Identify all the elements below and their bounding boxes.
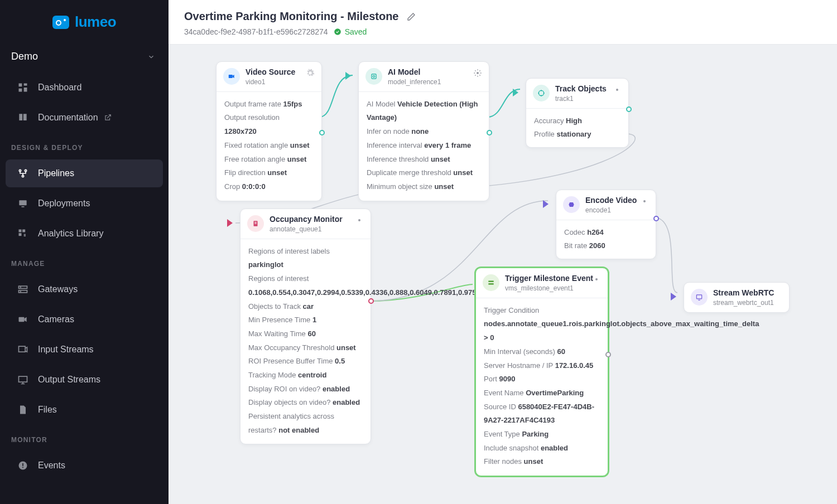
node-sub: annotate_queue1 <box>270 225 343 233</box>
input-port-icon[interactable] <box>513 89 518 96</box>
node-prop: Source ID 658040E2-FE47-4D4B-9A27-2217AF… <box>484 400 600 428</box>
svg-rect-11 <box>19 233 22 236</box>
alert-icon <box>17 459 29 472</box>
svg-rect-8 <box>22 206 25 207</box>
gear-icon[interactable] <box>306 69 315 77</box>
output-port[interactable] <box>626 106 632 112</box>
sidebar-item-label: Dashboard <box>38 83 81 93</box>
node-prop: Tracking Mode centroid <box>248 369 363 382</box>
external-link-icon <box>104 114 112 122</box>
node-prop: Fixed rotation angle unset <box>224 139 314 153</box>
node-prop: Inference interval every 1 frame <box>367 139 481 153</box>
gear-icon[interactable] <box>613 85 622 94</box>
node-ai-model[interactable]: AI Model model_inference1 AI Model Vehic… <box>358 61 489 201</box>
output-port[interactable] <box>368 298 374 304</box>
sidebar-item-gateways[interactable]: Gateways <box>6 275 163 303</box>
node-title: Encode Video <box>585 196 637 205</box>
input-port-icon[interactable] <box>345 72 351 80</box>
svg-rect-35 <box>488 284 493 285</box>
node-prop: Profile stationary <box>534 128 620 142</box>
sidebar-item-documentation[interactable]: Documentation <box>6 104 163 132</box>
gear-icon[interactable] <box>592 275 601 284</box>
sidebar-item-label: Input Streams <box>38 345 94 355</box>
pencil-icon[interactable] <box>407 12 416 21</box>
sidebar-item-output-streams[interactable]: Output Streams <box>6 366 163 394</box>
node-prop: Output frame rate 15fps <box>224 98 314 112</box>
svg-rect-37 <box>696 295 701 299</box>
node-prop: Accuracy High <box>534 114 620 128</box>
node-title: Stream WebRTC <box>713 288 774 298</box>
node-prop: Display ROI on video? enabled <box>248 382 363 396</box>
logo-mark-icon <box>52 16 69 29</box>
node-title: Video Source <box>246 67 295 77</box>
sidebar-item-deployments[interactable]: Deployments <box>6 190 163 217</box>
node-prop: Flip direction unset <box>224 166 314 180</box>
sidebar-item-cameras[interactable]: Cameras <box>6 306 163 333</box>
node-prop: Min Presence Time 1 <box>248 313 363 327</box>
input-port-icon[interactable] <box>227 219 233 227</box>
node-body: Accuracy HighProfile stationary <box>526 108 628 147</box>
svg-rect-3 <box>24 88 27 92</box>
sidebar-item-analytics-library[interactable]: Analytics Library <box>6 220 163 248</box>
output-port[interactable] <box>487 130 492 135</box>
file-icon <box>17 404 29 416</box>
node-sub: stream_webrtc_out1 <box>713 299 774 307</box>
sidebar-item-events[interactable]: Events <box>6 452 163 479</box>
node-prop: Display objects on video? enabled <box>248 396 363 410</box>
sidebar: lumeo Demo Dashboard Documentation DESIG… <box>0 0 169 504</box>
svg-rect-31 <box>254 224 257 224</box>
sidebar-item-pipelines[interactable]: Pipelines <box>6 159 163 187</box>
svg-rect-17 <box>19 346 26 352</box>
sidebar-item-files[interactable]: Files <box>6 396 163 424</box>
analytics-icon <box>17 227 29 240</box>
svg-rect-0 <box>19 84 22 87</box>
input-port-icon[interactable] <box>543 200 549 208</box>
node-prop: Include snapshot enabled <box>484 442 600 455</box>
output-port[interactable] <box>605 352 611 357</box>
svg-rect-10 <box>22 230 25 232</box>
node-prop: AI Model Vehicle Detection (High Vantage… <box>367 98 481 125</box>
node-track-objects[interactable]: Track Objects track1 Accuracy HighProfil… <box>526 78 629 148</box>
node-prop: Minimum object size unset <box>367 180 481 194</box>
svg-rect-23 <box>229 75 233 78</box>
video-source-icon <box>223 68 240 85</box>
logo-text: lumeo <box>75 13 116 31</box>
node-prop: Output resolution 1280x720 <box>224 111 314 138</box>
node-sub: vms_milestone_event1 <box>505 284 593 292</box>
node-video-source[interactable]: Video Source video1 Output frame rate 15… <box>216 61 322 201</box>
svg-point-4 <box>19 169 21 171</box>
pipeline-canvas[interactable]: Video Source video1 Output frame rate 15… <box>169 45 837 504</box>
node-prop: Event Type Parking <box>484 428 600 442</box>
gear-icon[interactable] <box>355 216 364 225</box>
node-body: AI Model Vehicle Detection (High Vantage… <box>359 91 489 201</box>
node-prop: Regions of interest labels parkinglot <box>248 245 363 272</box>
node-stream-webrtc[interactable]: Stream WebRTC stream_webrtc_out1 <box>684 282 790 313</box>
node-prop: Max Occupancy Threshold unset <box>248 341 363 355</box>
node-trigger-milestone[interactable]: Trigger Milestone Event vms_milestone_ev… <box>475 268 608 476</box>
sidebar-item-label: Analytics Library <box>38 229 103 239</box>
workspace-selector[interactable]: Demo <box>0 40 169 72</box>
node-encode-video[interactable]: Encode Video encode1 Codec h264Bit rate … <box>556 190 656 259</box>
book-icon <box>17 112 29 124</box>
node-prop: Objects to Track car <box>248 300 363 314</box>
webrtc-icon <box>691 289 708 306</box>
node-prop: Filter nodes unset <box>484 455 600 469</box>
input-port-icon[interactable] <box>671 293 676 301</box>
gear-icon[interactable] <box>473 69 482 77</box>
check-circle-icon <box>334 28 341 36</box>
gear-icon[interactable] <box>640 197 649 206</box>
svg-point-14 <box>20 287 21 288</box>
sidebar-item-input-streams[interactable]: Input Streams <box>6 336 163 364</box>
svg-point-22 <box>334 28 341 35</box>
svg-rect-20 <box>22 463 23 466</box>
sidebar-item-dashboard[interactable]: Dashboard <box>6 74 163 101</box>
svg-point-25 <box>373 76 375 78</box>
output-port[interactable] <box>653 216 659 221</box>
node-title: Occupancy Monitor <box>270 215 343 224</box>
node-occupancy-monitor[interactable]: Occupancy Monitor annotate_queue1 Region… <box>240 209 371 444</box>
sidebar-item-label: Cameras <box>38 314 74 324</box>
output-port[interactable] <box>319 130 325 135</box>
svg-point-5 <box>25 169 26 171</box>
sidebar-item-label: Gateways <box>38 284 78 294</box>
svg-point-26 <box>477 72 479 74</box>
